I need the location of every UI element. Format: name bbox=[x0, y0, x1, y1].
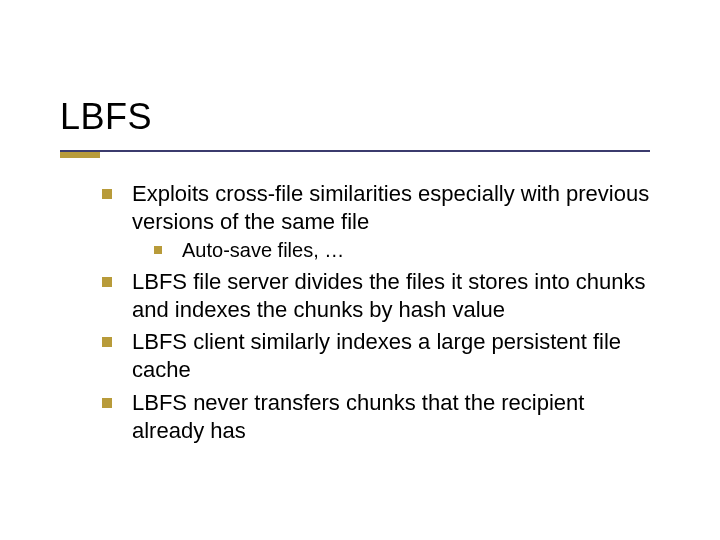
bullet-text: LBFS file server divides the files it st… bbox=[132, 269, 646, 322]
sub-bullet-list: Auto-save files, … bbox=[132, 238, 658, 264]
bullet-text: LBFS never transfers chunks that the rec… bbox=[132, 390, 584, 443]
bullet-list: Exploits cross-file similarities especia… bbox=[98, 180, 658, 445]
bullet-text: LBFS client similarly indexes a large pe… bbox=[132, 329, 621, 382]
slide-title: LBFS bbox=[60, 96, 680, 138]
slide: LBFS Exploits cross-file similarities es… bbox=[0, 0, 720, 540]
list-item: Exploits cross-file similarities especia… bbox=[98, 180, 658, 264]
list-item: LBFS client similarly indexes a large pe… bbox=[98, 328, 658, 384]
list-item: LBFS never transfers chunks that the rec… bbox=[98, 389, 658, 445]
list-item: Auto-save files, … bbox=[152, 238, 658, 264]
title-block: LBFS bbox=[60, 96, 680, 138]
title-accent-icon bbox=[60, 152, 100, 158]
bullet-text: Auto-save files, … bbox=[182, 239, 344, 261]
body-content: Exploits cross-file similarities especia… bbox=[98, 180, 658, 449]
list-item: LBFS file server divides the files it st… bbox=[98, 268, 658, 324]
bullet-text: Exploits cross-file similarities especia… bbox=[132, 181, 649, 234]
title-underline-icon bbox=[60, 150, 650, 152]
